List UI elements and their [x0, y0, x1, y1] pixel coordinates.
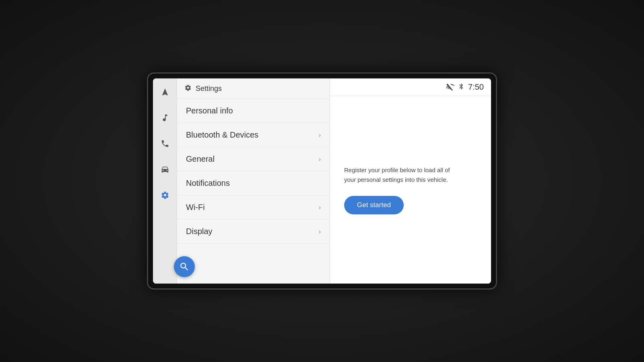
- sidebar-icon-music[interactable]: [158, 111, 172, 125]
- search-icon: [179, 261, 190, 272]
- content-body: Register your profile below to load all …: [330, 96, 491, 284]
- content-panel: 7:50 Register your profile below to load…: [330, 78, 491, 284]
- sidebar: [153, 78, 177, 284]
- settings-item-wifi[interactable]: Wi-Fi ›: [177, 195, 330, 220]
- get-started-button[interactable]: Get started: [344, 196, 404, 214]
- car-surround: Settings Personal info Bluetooth & Devic…: [0, 0, 644, 362]
- wifi-label: Wi-Fi: [186, 203, 205, 212]
- settings-title: Settings: [196, 84, 222, 93]
- bluetooth-label: Bluetooth & Devices: [186, 130, 258, 140]
- settings-list: Personal info Bluetooth & Devices › Gene…: [177, 99, 330, 284]
- settings-header: Settings: [177, 78, 330, 99]
- settings-item-display[interactable]: Display ›: [177, 220, 330, 244]
- screen-bezel: Settings Personal info Bluetooth & Devic…: [147, 72, 497, 290]
- status-time: 7:50: [468, 82, 484, 92]
- sidebar-icon-car[interactable]: [158, 162, 172, 177]
- chevron-icon-bluetooth: ›: [319, 132, 321, 139]
- screen: Settings Personal info Bluetooth & Devic…: [153, 78, 491, 284]
- settings-item-notifications[interactable]: Notifications: [177, 171, 330, 195]
- status-icons: 7:50: [446, 82, 484, 92]
- settings-item-bluetooth[interactable]: Bluetooth & Devices ›: [177, 123, 330, 147]
- personal-info-label: Personal info: [186, 106, 233, 115]
- chevron-icon-general: ›: [319, 156, 321, 163]
- sidebar-icon-navigation[interactable]: [158, 85, 172, 99]
- profile-description: Register your profile below to load all …: [344, 165, 477, 185]
- no-wifi-icon: [446, 82, 454, 92]
- settings-item-personal-info[interactable]: Personal info: [177, 99, 330, 123]
- chevron-icon-wifi: ›: [319, 204, 321, 211]
- settings-item-general[interactable]: General ›: [177, 147, 330, 171]
- content-header: 7:50: [330, 78, 491, 96]
- bluetooth-icon: [458, 83, 465, 91]
- notifications-label: Notifications: [186, 179, 230, 188]
- sidebar-icon-settings[interactable]: [158, 188, 172, 202]
- settings-panel: Settings Personal info Bluetooth & Devic…: [177, 78, 330, 284]
- chevron-icon-display: ›: [319, 228, 321, 235]
- settings-gear-icon: [184, 84, 192, 93]
- general-label: General: [186, 154, 215, 164]
- search-fab-button[interactable]: [174, 256, 195, 277]
- display-label: Display: [186, 227, 213, 236]
- sidebar-icon-phone[interactable]: [158, 136, 172, 151]
